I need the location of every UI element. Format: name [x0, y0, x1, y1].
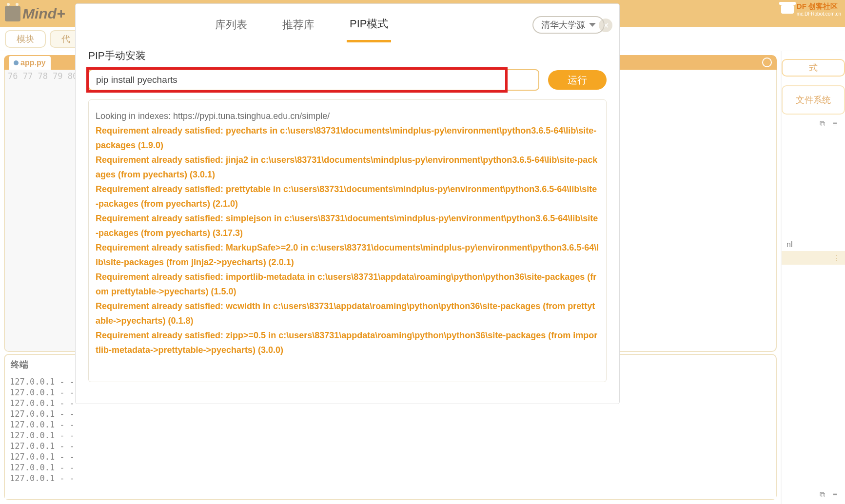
pip-source-dropdown[interactable]: 清华大学源	[532, 16, 605, 34]
section-title: PIP手动安装	[88, 49, 607, 62]
graduation-cap-icon	[781, 5, 794, 14]
library-manager-modal: ✕ 库列表 推荐库 PIP模式 清华大学源 PIP手动安装 运行 Looking…	[76, 4, 619, 404]
pip-source-label: 清华大学源	[541, 19, 585, 31]
run-button[interactable]: 运行	[548, 70, 607, 90]
tab-library-list[interactable]: 库列表	[212, 9, 250, 41]
community-label: 创客社区	[808, 2, 838, 10]
chevron-down-icon	[589, 23, 596, 27]
tab-pip-mode[interactable]: PIP模式	[347, 8, 391, 42]
tab-recommended[interactable]: 推荐库	[279, 9, 317, 41]
pip-output[interactable]: Looking in indexes: https://pypi.tuna.ts…	[88, 99, 607, 382]
pip-command-input[interactable]	[88, 69, 539, 91]
community-sublabel: mc.DFRobot.com.cn	[797, 11, 841, 17]
community-badge[interactable]: DF 创客社区 mc.DFRobot.com.cn	[781, 2, 841, 17]
modal-tabs: 库列表 推荐库 PIP模式 清华大学源	[76, 4, 619, 46]
